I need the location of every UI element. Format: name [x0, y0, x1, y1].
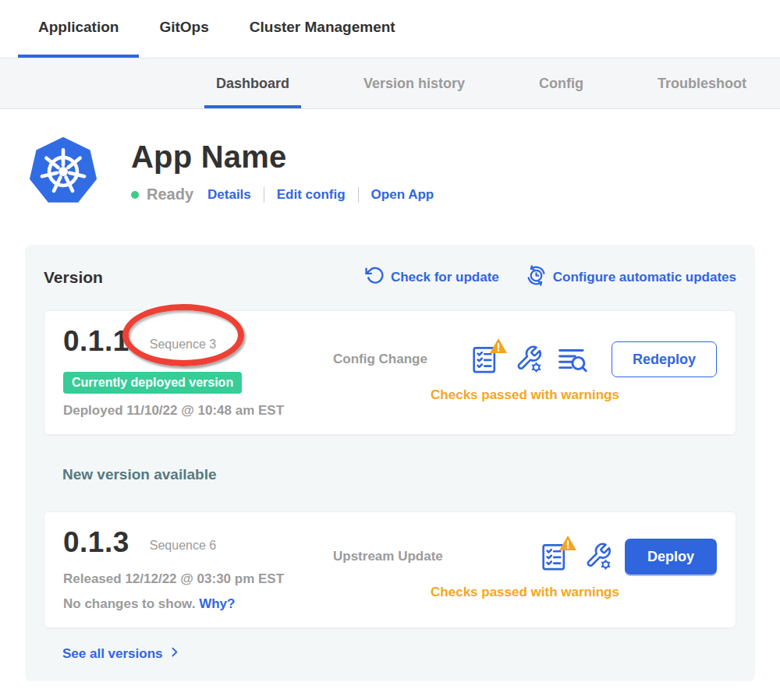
- chevron-right-icon: [168, 645, 181, 663]
- see-all-versions-link[interactable]: See all versions: [62, 645, 181, 663]
- subtab-troubleshoot[interactable]: Troubleshoot: [658, 58, 746, 108]
- new-version-heading: New version available: [62, 466, 736, 483]
- clock-refresh-icon: [526, 265, 547, 290]
- warning-triangle-icon: [558, 535, 577, 554]
- available-version-sequence: Sequence 6: [150, 539, 216, 553]
- redeploy-button[interactable]: Redeploy: [612, 341, 717, 377]
- top-nav: Application GitOps Cluster Management: [0, 0, 780, 58]
- available-release-card: 0.1.3 Sequence 6 Released 12/12/22 @ 03:…: [44, 511, 736, 628]
- divider: [264, 187, 264, 203]
- check-for-update-button[interactable]: Check for update: [365, 266, 499, 289]
- current-version-sequence: Sequence 3: [150, 338, 216, 352]
- refresh-icon: [365, 266, 385, 289]
- edit-config-link[interactable]: Edit config: [277, 187, 346, 203]
- app-sub-nav: Dashboard Version history Config Trouble…: [0, 58, 780, 109]
- deployed-timestamp: Deployed 11/10/22 @ 10:48 am EST: [63, 403, 333, 419]
- deploy-button[interactable]: Deploy: [625, 539, 717, 574]
- no-changes-line: No changes to show. Why?: [63, 596, 333, 612]
- available-checks-status: Checks passed with warnings: [333, 585, 717, 600]
- subtab-config[interactable]: Config: [539, 58, 583, 108]
- available-source-label: Upstream Update: [333, 549, 443, 564]
- configure-automatic-updates-button[interactable]: Configure automatic updates: [526, 265, 736, 290]
- subtab-dashboard[interactable]: Dashboard: [216, 58, 289, 108]
- kubernetes-logo-icon: [27, 136, 99, 207]
- version-section: Version Check for update: [25, 245, 755, 681]
- warning-triangle-icon: [489, 338, 508, 357]
- current-source-label: Config Change: [333, 352, 427, 367]
- open-app-link[interactable]: Open App: [371, 187, 434, 203]
- config-wrench-icon[interactable]: [513, 343, 544, 376]
- why-link[interactable]: Why?: [199, 596, 235, 611]
- current-version-number: 0.1.1: [63, 325, 129, 358]
- preflight-checks-icon[interactable]: [470, 343, 501, 376]
- status-dot-icon: [131, 191, 139, 199]
- tab-cluster-management[interactable]: Cluster Management: [229, 0, 416, 58]
- details-link[interactable]: Details: [207, 187, 251, 203]
- current-checks-status: Checks passed with warnings: [333, 387, 717, 403]
- subtab-version-history[interactable]: Version history: [363, 58, 465, 108]
- divider: [358, 187, 359, 203]
- preflight-checks-icon[interactable]: [539, 540, 570, 573]
- deployed-status-badge: Currently deployed version: [63, 372, 242, 394]
- app-header: App Name Ready Details Edit config Open …: [0, 109, 780, 207]
- tab-application[interactable]: Application: [18, 0, 139, 58]
- version-section-title: Version: [44, 268, 103, 287]
- app-status-row: Ready Details Edit config Open App: [131, 186, 434, 203]
- view-diff-icon[interactable]: [557, 343, 588, 376]
- available-version-number: 0.1.3: [63, 526, 129, 559]
- config-wrench-icon[interactable]: [583, 540, 614, 573]
- released-timestamp: Released 12/12/22 @ 03:30 pm EST: [63, 571, 333, 587]
- status-text: Ready: [147, 186, 193, 203]
- page-title: App Name: [131, 140, 434, 175]
- tab-gitops[interactable]: GitOps: [139, 0, 229, 58]
- current-release-card: 0.1.1 Sequence 3 Currently deployed vers…: [44, 310, 736, 435]
